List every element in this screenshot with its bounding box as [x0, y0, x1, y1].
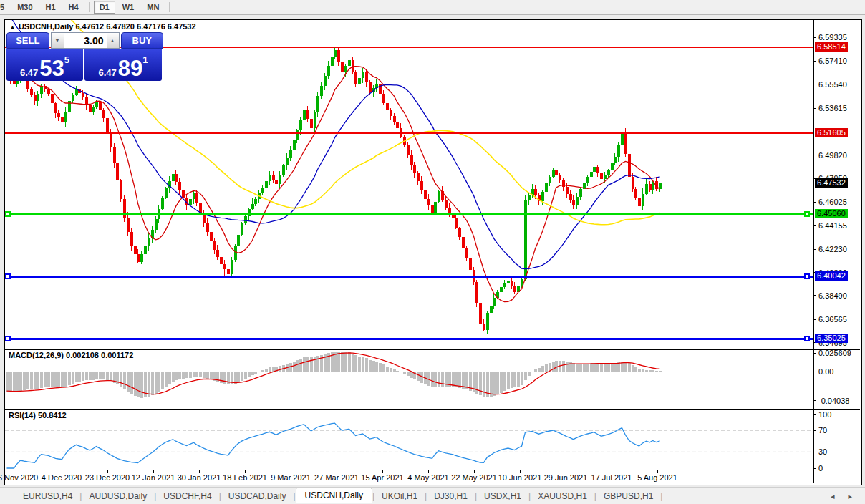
price-badge: 6.35025 — [815, 334, 848, 343]
date-tick: 5 Aug 2021 — [625, 473, 690, 482]
level-line-handle — [6, 336, 10, 341]
sell-price-main: 53 — [39, 59, 64, 79]
price-tick: 6.57410 — [818, 57, 847, 66]
chart-window: ▲USDCNH,Daily 6.47612 6.47820 6.47176 6.… — [4, 19, 862, 485]
price-tick: 6.53615 — [818, 104, 847, 113]
toolbar-separator — [169, 2, 170, 12]
tab-ukoil-h1[interactable]: UKOil,H1 — [374, 489, 425, 503]
tab-dj30-h1[interactable]: DJ30,H1 — [427, 489, 475, 503]
macd-tick: -0.04038 — [818, 397, 849, 406]
level-line-handle — [805, 212, 809, 216]
price-tick: 6.42230 — [818, 245, 847, 254]
price-badge: 6.47532 — [815, 178, 848, 188]
price-tick: 6.46025 — [818, 198, 847, 207]
level-line-handle — [805, 274, 809, 278]
timeframe-buttons: 5M30H1H4D1W1MN — [0, 1, 173, 14]
pane-separator[interactable] — [5, 349, 860, 350]
horizontal-level-lines[interactable] — [5, 47, 813, 341]
buy-button[interactable]: BUY — [121, 32, 164, 49]
candles — [6, 47, 662, 336]
level-line-handle — [805, 336, 809, 341]
chart-symbol-label: USDCNH,Daily — [19, 22, 73, 31]
moving-average-10 — [7, 52, 660, 302]
chart-title: ▲USDCNH,Daily 6.47612 6.47820 6.47176 6.… — [9, 22, 196, 31]
timeframe-button-h1[interactable]: H1 — [40, 1, 62, 14]
price-tick: 6.44155 — [818, 221, 847, 231]
macd-tick: 0.00 — [818, 367, 833, 377]
price-badge: 6.58514 — [815, 42, 848, 52]
tab-audusd-daily[interactable]: AUDUSD,Daily — [82, 489, 154, 503]
timeframe-button-mn[interactable]: MN — [141, 1, 165, 14]
tab-usdchf-h4[interactable]: USDCHF,H4 — [156, 489, 218, 503]
price-badge: 6.51605 — [815, 128, 848, 137]
sell-price-prefix: 6.47 — [20, 67, 38, 79]
macd-tick: 0.025609 — [818, 349, 851, 358]
tab-scroll-arrows[interactable]: ◂ ▸ — [831, 492, 858, 501]
level-line-handle — [6, 274, 10, 278]
tab-usdcnh-daily[interactable]: USDCNH,Daily — [296, 488, 372, 503]
sell-price-pip: 5 — [64, 49, 69, 71]
timeframe-button-5[interactable]: 5 — [0, 1, 10, 14]
chart-tabs: EURUSD,H4|AUDUSD,Daily|USDCHF,H4|USDCAD,… — [16, 489, 662, 503]
buy-price-main: 89 — [118, 59, 142, 79]
timeframe-button-w1[interactable]: W1 — [117, 1, 140, 14]
volume-spinner: ▼ ▲ — [51, 32, 120, 49]
buy-price-prefix: 6.47 — [98, 67, 116, 79]
sell-price-display[interactable]: 6.47 53 5 — [6, 49, 83, 81]
chart-icon: ▲ — [9, 24, 16, 31]
timeframe-button-h4[interactable]: H4 — [63, 1, 84, 14]
timeframe-button-d1[interactable]: D1 — [94, 1, 115, 14]
toolbar-separator — [89, 2, 90, 12]
rsi-tick: 0 — [818, 464, 823, 473]
price-tick: 6.59335 — [818, 33, 847, 42]
buy-price-pip: 1 — [142, 49, 148, 71]
buy-price-display[interactable]: 6.47 89 1 — [84, 49, 162, 81]
one-click-trading-panel: SELL ▼ ▲ BUY 6.47 53 5 6.47 89 1 — [6, 32, 163, 81]
macd-indicator-label: MACD(12,26,9) 0.002108 0.001172 — [9, 351, 133, 359]
level-line-handle — [6, 212, 10, 216]
tab-separator: | — [660, 491, 662, 501]
price-tick: 6.55540 — [818, 80, 847, 89]
tab-usdcad-daily[interactable]: USDCAD,Daily — [221, 489, 294, 503]
price-tick: 6.38490 — [818, 291, 847, 301]
timeframe-toolbar: 5M30H1H4D1W1MN — [0, 0, 865, 15]
rsi-tick: 70 — [818, 426, 827, 435]
price-tick: 6.49820 — [818, 151, 847, 160]
tab-gbpusd-h1[interactable]: GBPUSD,H1 — [596, 489, 660, 503]
price-badge: 6.40042 — [815, 271, 848, 281]
rsi-indicator-label: RSI(14) 50.8412 — [9, 411, 67, 420]
price-axis-line — [813, 20, 814, 483]
timeframe-button-m30[interactable]: M30 — [11, 1, 38, 14]
candlestick-chart-canvas[interactable] — [5, 20, 860, 483]
chart-tab-bar: EURUSD,H4|AUDUSD,Daily|USDCHF,H4|USDCAD,… — [0, 487, 865, 504]
tab-usdx-h1[interactable]: USDX,H1 — [477, 489, 528, 503]
application-window: 5M30H1H4D1W1MN ▲USDCNH,Daily 6.47612 6.4… — [0, 0, 865, 504]
date-axis-line — [5, 470, 860, 470]
volume-decrease-button[interactable]: ▼ — [52, 33, 64, 48]
tab-xauusd-h1[interactable]: XAUUSD,H1 — [531, 489, 594, 503]
rsi-tick: 30 — [818, 447, 827, 457]
volume-increase-button[interactable]: ▲ — [107, 33, 119, 48]
price-badge: 6.45060 — [815, 209, 848, 218]
tab-eurusd-h4[interactable]: EURUSD,H4 — [16, 489, 79, 503]
pane-separator[interactable] — [5, 409, 860, 410]
rsi-tick: 100 — [818, 410, 831, 420]
volume-input[interactable] — [64, 33, 107, 48]
rsi-line — [7, 423, 660, 468]
sell-button[interactable]: SELL — [6, 32, 49, 49]
price-tick: 6.36565 — [818, 315, 847, 324]
chart-ohlc-values: 6.47612 6.47820 6.47176 6.47532 — [75, 22, 195, 31]
